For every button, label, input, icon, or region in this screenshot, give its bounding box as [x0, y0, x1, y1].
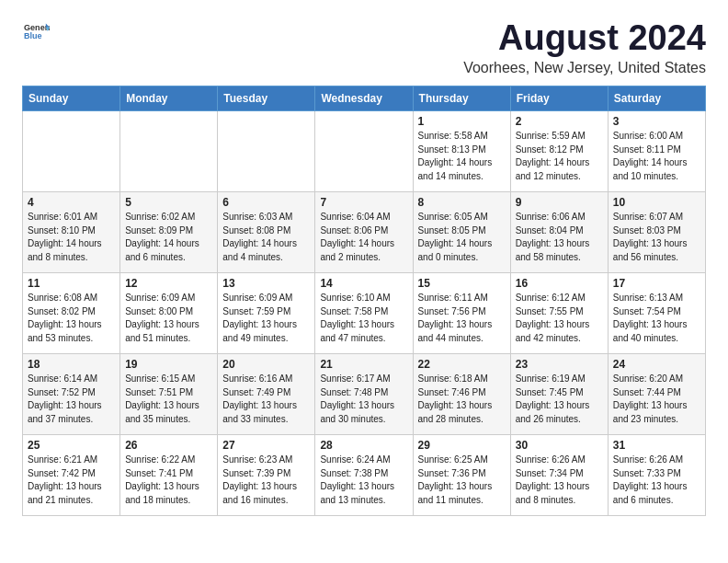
day-number: 5 — [125, 196, 212, 209]
weekday-header-row: SundayMondayTuesdayWednesdayThursdayFrid… — [23, 86, 706, 111]
calendar-cell — [120, 111, 218, 192]
calendar-week-4: 18Sunrise: 6:14 AM Sunset: 7:52 PM Dayli… — [23, 354, 706, 435]
calendar-week-3: 11Sunrise: 6:08 AM Sunset: 8:02 PM Dayli… — [23, 273, 706, 354]
calendar-cell: 18Sunrise: 6:14 AM Sunset: 7:52 PM Dayli… — [23, 354, 120, 435]
day-info: Sunrise: 5:59 AM Sunset: 8:12 PM Dayligh… — [516, 130, 603, 183]
day-number: 6 — [222, 196, 310, 209]
day-info: Sunrise: 6:12 AM Sunset: 7:55 PM Dayligh… — [516, 292, 603, 345]
day-number: 21 — [320, 358, 407, 371]
title-area: August 2024 Voorhees, New Jersey, United… — [463, 18, 706, 76]
calendar-cell: 4Sunrise: 6:01 AM Sunset: 8:10 PM Daylig… — [23, 192, 120, 273]
logo: General Blue — [22, 18, 50, 44]
calendar-cell: 12Sunrise: 6:09 AM Sunset: 8:00 PM Dayli… — [120, 273, 218, 354]
day-info: Sunrise: 6:26 AM Sunset: 7:33 PM Dayligh… — [613, 454, 700, 507]
calendar-cell: 13Sunrise: 6:09 AM Sunset: 7:59 PM Dayli… — [218, 273, 315, 354]
calendar-cell: 11Sunrise: 6:08 AM Sunset: 8:02 PM Dayli… — [23, 273, 120, 354]
day-number: 29 — [418, 439, 506, 452]
day-info: Sunrise: 6:18 AM Sunset: 7:46 PM Dayligh… — [418, 373, 506, 426]
calendar-cell: 21Sunrise: 6:17 AM Sunset: 7:48 PM Dayli… — [315, 354, 413, 435]
day-info: Sunrise: 6:19 AM Sunset: 7:45 PM Dayligh… — [516, 373, 603, 426]
day-number: 1 — [418, 115, 506, 128]
day-info: Sunrise: 6:23 AM Sunset: 7:39 PM Dayligh… — [222, 454, 310, 507]
day-number: 18 — [28, 358, 115, 371]
day-number: 26 — [125, 439, 212, 452]
day-info: Sunrise: 6:09 AM Sunset: 8:00 PM Dayligh… — [125, 292, 212, 345]
calendar-cell: 31Sunrise: 6:26 AM Sunset: 7:33 PM Dayli… — [608, 435, 705, 516]
calendar-cell: 9Sunrise: 6:06 AM Sunset: 8:04 PM Daylig… — [510, 192, 608, 273]
day-info: Sunrise: 6:06 AM Sunset: 8:04 PM Dayligh… — [516, 211, 603, 264]
day-info: Sunrise: 6:26 AM Sunset: 7:34 PM Dayligh… — [516, 454, 603, 507]
day-number: 20 — [222, 358, 310, 371]
calendar-cell: 14Sunrise: 6:10 AM Sunset: 7:58 PM Dayli… — [315, 273, 413, 354]
calendar-cell: 15Sunrise: 6:11 AM Sunset: 7:56 PM Dayli… — [413, 273, 510, 354]
weekday-header-wednesday: Wednesday — [315, 86, 413, 111]
calendar-cell: 6Sunrise: 6:03 AM Sunset: 8:08 PM Daylig… — [218, 192, 315, 273]
calendar-cell: 10Sunrise: 6:07 AM Sunset: 8:03 PM Dayli… — [608, 192, 705, 273]
calendar-cell — [23, 111, 120, 192]
day-info: Sunrise: 6:25 AM Sunset: 7:36 PM Dayligh… — [418, 454, 506, 507]
day-info: Sunrise: 6:07 AM Sunset: 8:03 PM Dayligh… — [613, 211, 700, 264]
day-info: Sunrise: 6:14 AM Sunset: 7:52 PM Dayligh… — [28, 373, 115, 426]
calendar-cell: 24Sunrise: 6:20 AM Sunset: 7:44 PM Dayli… — [608, 354, 705, 435]
day-number: 24 — [613, 358, 700, 371]
logo-icon: General Blue — [24, 18, 50, 44]
day-number: 15 — [418, 277, 506, 290]
calendar-cell: 3Sunrise: 6:00 AM Sunset: 8:11 PM Daylig… — [608, 111, 705, 192]
calendar-cell: 19Sunrise: 6:15 AM Sunset: 7:51 PM Dayli… — [120, 354, 218, 435]
location-subtitle: Voorhees, New Jersey, United States — [463, 60, 706, 76]
day-number: 13 — [222, 277, 310, 290]
calendar-cell — [218, 111, 315, 192]
calendar-cell — [315, 111, 413, 192]
weekday-header-saturday: Saturday — [608, 86, 705, 111]
calendar-cell: 30Sunrise: 6:26 AM Sunset: 7:34 PM Dayli… — [510, 435, 608, 516]
calendar-table: SundayMondayTuesdayWednesdayThursdayFrid… — [22, 86, 706, 516]
day-info: Sunrise: 6:08 AM Sunset: 8:02 PM Dayligh… — [28, 292, 115, 345]
day-info: Sunrise: 6:24 AM Sunset: 7:38 PM Dayligh… — [320, 454, 407, 507]
day-info: Sunrise: 6:03 AM Sunset: 8:08 PM Dayligh… — [222, 211, 310, 264]
calendar-cell: 26Sunrise: 6:22 AM Sunset: 7:41 PM Dayli… — [120, 435, 218, 516]
day-number: 14 — [320, 277, 407, 290]
day-info: Sunrise: 6:15 AM Sunset: 7:51 PM Dayligh… — [125, 373, 212, 426]
day-number: 31 — [613, 439, 700, 452]
day-info: Sunrise: 6:00 AM Sunset: 8:11 PM Dayligh… — [613, 130, 700, 183]
day-info: Sunrise: 6:01 AM Sunset: 8:10 PM Dayligh… — [28, 211, 115, 264]
day-number: 8 — [418, 196, 506, 209]
day-info: Sunrise: 6:05 AM Sunset: 8:05 PM Dayligh… — [418, 211, 506, 264]
day-number: 23 — [516, 358, 603, 371]
calendar-cell: 20Sunrise: 6:16 AM Sunset: 7:49 PM Dayli… — [218, 354, 315, 435]
calendar-week-1: 1Sunrise: 5:58 AM Sunset: 8:13 PM Daylig… — [23, 111, 706, 192]
weekday-header-thursday: Thursday — [413, 86, 510, 111]
day-info: Sunrise: 6:10 AM Sunset: 7:58 PM Dayligh… — [320, 292, 407, 345]
weekday-header-tuesday: Tuesday — [218, 86, 315, 111]
calendar-week-2: 4Sunrise: 6:01 AM Sunset: 8:10 PM Daylig… — [23, 192, 706, 273]
calendar-cell: 28Sunrise: 6:24 AM Sunset: 7:38 PM Dayli… — [315, 435, 413, 516]
calendar-cell: 7Sunrise: 6:04 AM Sunset: 8:06 PM Daylig… — [315, 192, 413, 273]
day-number: 25 — [28, 439, 115, 452]
day-info: Sunrise: 5:58 AM Sunset: 8:13 PM Dayligh… — [418, 130, 506, 183]
day-number: 3 — [613, 115, 700, 128]
weekday-header-monday: Monday — [120, 86, 218, 111]
day-number: 4 — [28, 196, 115, 209]
day-info: Sunrise: 6:04 AM Sunset: 8:06 PM Dayligh… — [320, 211, 407, 264]
day-number: 30 — [516, 439, 603, 452]
day-number: 17 — [613, 277, 700, 290]
day-info: Sunrise: 6:22 AM Sunset: 7:41 PM Dayligh… — [125, 454, 212, 507]
day-info: Sunrise: 6:13 AM Sunset: 7:54 PM Dayligh… — [613, 292, 700, 345]
day-number: 2 — [516, 115, 603, 128]
calendar-cell: 2Sunrise: 5:59 AM Sunset: 8:12 PM Daylig… — [510, 111, 608, 192]
day-info: Sunrise: 6:16 AM Sunset: 7:49 PM Dayligh… — [222, 373, 310, 426]
day-number: 7 — [320, 196, 407, 209]
header: General Blue August 2024 Voorhees, New J… — [22, 18, 706, 76]
day-number: 16 — [516, 277, 603, 290]
calendar-cell: 16Sunrise: 6:12 AM Sunset: 7:55 PM Dayli… — [510, 273, 608, 354]
day-number: 28 — [320, 439, 407, 452]
calendar-cell: 8Sunrise: 6:05 AM Sunset: 8:05 PM Daylig… — [413, 192, 510, 273]
day-info: Sunrise: 6:20 AM Sunset: 7:44 PM Dayligh… — [613, 373, 700, 426]
day-number: 19 — [125, 358, 212, 371]
calendar-cell: 17Sunrise: 6:13 AM Sunset: 7:54 PM Dayli… — [608, 273, 705, 354]
svg-text:Blue: Blue — [24, 31, 42, 40]
weekday-header-sunday: Sunday — [23, 86, 120, 111]
day-number: 10 — [613, 196, 700, 209]
calendar-cell: 29Sunrise: 6:25 AM Sunset: 7:36 PM Dayli… — [413, 435, 510, 516]
day-number: 22 — [418, 358, 506, 371]
